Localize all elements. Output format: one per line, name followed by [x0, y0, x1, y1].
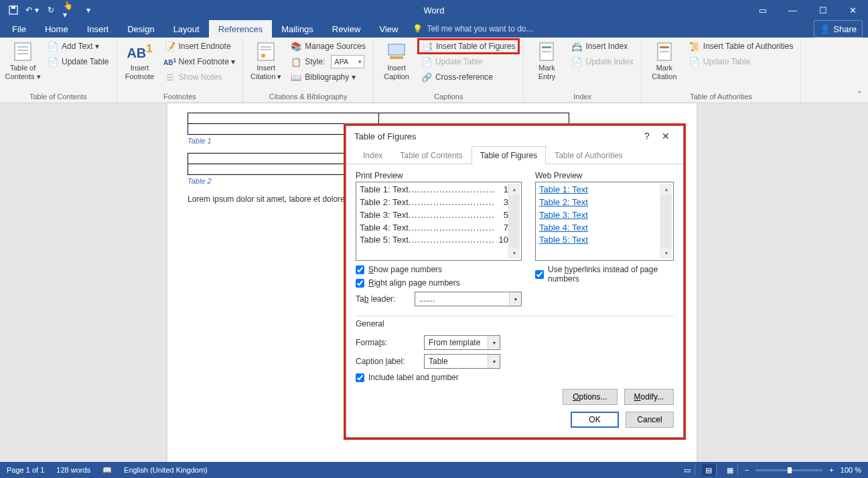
status-words[interactable]: 128 words — [56, 466, 90, 474]
tab-toa[interactable]: Table of Authorities — [546, 146, 631, 164]
manage-sources-button[interactable]: 📚Manage Sources — [287, 39, 369, 54]
modify-button[interactable]: Modify... — [624, 389, 674, 405]
right-align-label: Right align page numbers — [368, 278, 460, 288]
add-text-button[interactable]: 📄Add Text ▾ — [44, 39, 113, 54]
tab-tof[interactable]: Table of Figures — [472, 146, 546, 164]
update-icon: 📄 — [48, 56, 58, 67]
print-layout-button[interactable]: ▤ — [702, 464, 717, 476]
dialog-help-button[interactable]: ? — [638, 127, 656, 145]
save-button[interactable] — [7, 3, 20, 17]
update-index-icon: 📄 — [571, 56, 582, 67]
tab-view[interactable]: View — [370, 20, 407, 38]
insert-index-button[interactable]: 📇Insert Index — [568, 39, 636, 54]
right-align-checkbox[interactable] — [356, 279, 364, 288]
tab-leader-label: Tab leader: — [356, 294, 409, 304]
mark-entry-button[interactable]: Mark Entry — [528, 39, 565, 81]
touch-mode-button[interactable]: 👆▾ — [63, 3, 76, 17]
collapse-ribbon-button[interactable]: ⌃ — [857, 90, 863, 99]
use-hyperlinks-label: Use hyperlinks instead of page numbers — [548, 265, 674, 284]
cancel-button[interactable]: Cancel — [626, 412, 674, 428]
status-language[interactable]: English (United Kingdom) — [124, 466, 208, 474]
footnote-icon: AB1 — [129, 41, 151, 62]
close-button[interactable]: ✕ — [838, 0, 868, 20]
cross-reference-icon: 🔗 — [421, 72, 432, 82]
update-toa-button[interactable]: 📄Update Table — [686, 54, 797, 69]
redo-button[interactable]: ↻ — [44, 3, 58, 17]
share-button[interactable]: 👤Share — [814, 20, 863, 38]
web-preview-link[interactable]: Table 4: Text — [539, 222, 660, 235]
chevron-down-icon: ▾ — [488, 336, 500, 349]
update-tof-button[interactable]: 📄Update Table — [418, 54, 520, 69]
title-bar: ↶ ▾ ↻ 👆▾ ▾ Word ▭ — ☐ ✕ — [0, 0, 868, 20]
tab-mailings[interactable]: Mailings — [272, 20, 323, 38]
web-preview-label: Web Preview — [535, 171, 674, 180]
group-index: Mark Entry 📇Insert Index 📄Update Index I… — [524, 38, 641, 103]
group-citations: Insert Citation ▾ 📚Manage Sources 📋Style… — [243, 38, 374, 103]
customize-qat-button[interactable]: ▾ — [82, 3, 95, 17]
style-combo[interactable]: APA — [331, 55, 364, 68]
print-preview-scrollbar[interactable]: ▴▾ — [508, 184, 520, 259]
tab-design[interactable]: Design — [118, 20, 163, 38]
mark-citation-button[interactable]: Mark Citation — [646, 39, 683, 81]
ribbon-tabs: File Home Insert Design Layout Reference… — [0, 20, 868, 38]
update-index-button[interactable]: 📄Update Index — [568, 54, 636, 69]
ribbon-display-button[interactable]: ▭ — [747, 0, 778, 20]
update-table-button[interactable]: 📄Update Table — [44, 54, 113, 69]
web-preview-link[interactable]: Table 1: Text — [539, 184, 660, 196]
citation-style-select[interactable]: 📋Style:APA — [287, 54, 369, 69]
group-authorities: Mark Citation 📜Insert Table of Authoriti… — [642, 38, 802, 103]
tab-home[interactable]: Home — [35, 20, 78, 38]
print-preview-row: Table 3: Text...........................… — [360, 209, 508, 222]
web-preview-link[interactable]: Table 3: Text — [539, 209, 660, 222]
web-preview-link[interactable]: Table 2: Text — [539, 196, 660, 209]
read-mode-button[interactable]: ▭ — [680, 464, 695, 476]
options-button[interactable]: Options... — [563, 389, 617, 405]
zoom-slider[interactable] — [755, 469, 822, 471]
insert-citation-button[interactable]: Insert Citation ▾ — [247, 39, 285, 81]
undo-button[interactable]: ↶ ▾ — [25, 3, 39, 17]
tell-me-search[interactable]: 💡Tell me what you want to do... — [413, 20, 532, 38]
tab-review[interactable]: Review — [323, 20, 370, 38]
show-page-numbers-checkbox[interactable] — [356, 265, 364, 274]
status-page[interactable]: Page 1 of 1 — [7, 466, 44, 474]
maximize-button[interactable]: ☐ — [808, 0, 838, 20]
include-label-checkbox[interactable] — [356, 373, 364, 382]
tab-layout[interactable]: Layout — [164, 20, 209, 38]
zoom-out-button[interactable]: − — [745, 466, 749, 474]
update-toa-icon: 📄 — [689, 56, 700, 67]
zoom-in-button[interactable]: + — [829, 466, 833, 474]
insert-caption-button[interactable]: Insert Caption — [378, 39, 415, 81]
tab-leader-select[interactable]: .......▾ — [415, 292, 522, 306]
use-hyperlinks-checkbox[interactable] — [535, 270, 544, 279]
tab-references[interactable]: References — [209, 20, 272, 38]
svg-rect-10 — [388, 44, 405, 55]
ok-button[interactable]: OK — [571, 412, 619, 428]
insert-toa-button[interactable]: 📜Insert Table of Authorities — [686, 39, 797, 54]
web-preview-scrollbar[interactable]: ▴▾ — [660, 184, 672, 259]
insert-table-of-figures-button[interactable]: 📑Insert Table of Figures — [418, 39, 520, 54]
svg-point-7 — [261, 54, 265, 58]
zoom-level[interactable]: 100 % — [841, 466, 861, 474]
cross-reference-button[interactable]: 🔗Cross-reference — [418, 70, 520, 84]
dialog-close-button[interactable]: ✕ — [656, 127, 675, 145]
proofing-icon[interactable]: 📖 — [102, 466, 112, 475]
lightbulb-icon: 💡 — [413, 24, 423, 34]
insert-endnote-button[interactable]: 📝Insert Endnote — [161, 39, 239, 54]
table-of-contents-button[interactable]: Table of Contents ▾ — [4, 39, 42, 81]
mark-entry-icon — [536, 41, 557, 62]
minimize-button[interactable]: — — [778, 0, 808, 20]
insert-footnote-button[interactable]: AB1 Insert Footnote — [121, 39, 159, 81]
web-layout-button[interactable]: ▦ — [723, 464, 738, 476]
next-footnote-button[interactable]: AB1Next Footnote ▾ — [161, 54, 239, 69]
tab-file[interactable]: File — [3, 20, 35, 38]
web-preview-link[interactable]: Table 5: Text — [539, 234, 660, 247]
formats-select[interactable]: From template▾ — [424, 335, 500, 350]
tab-toc[interactable]: Table of Contents — [391, 146, 471, 164]
general-label: General — [356, 319, 674, 328]
bibliography-button[interactable]: 📖Bibliography ▾ — [287, 70, 369, 84]
caption-label-select[interactable]: Table▾ — [424, 354, 500, 369]
tab-index[interactable]: Index — [354, 146, 391, 164]
show-notes-button[interactable]: ☰Show Notes — [161, 70, 239, 84]
insert-index-icon: 📇 — [571, 41, 582, 52]
tab-insert[interactable]: Insert — [78, 20, 119, 38]
